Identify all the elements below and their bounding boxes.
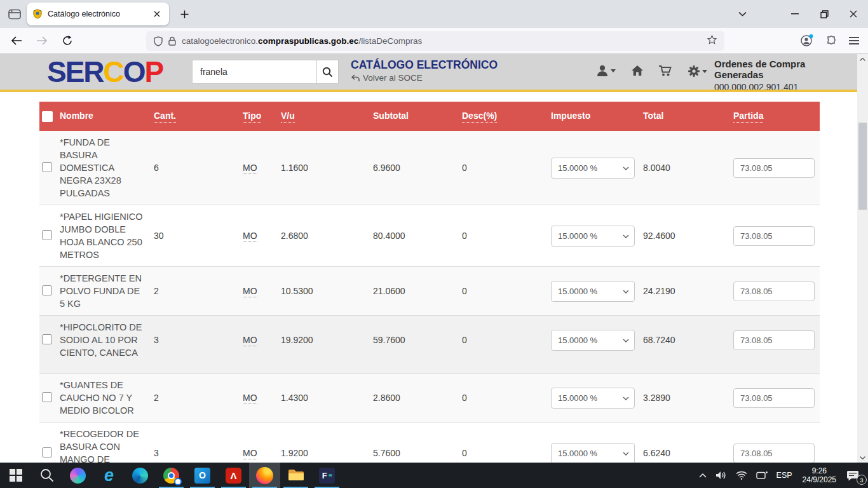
forward-button[interactable]	[32, 30, 52, 51]
valor-unitario-value: 1.9200	[281, 448, 373, 458]
window-close-button[interactable]	[839, 0, 868, 28]
scroll-down-arrow[interactable]	[857, 452, 868, 463]
person-icon	[596, 65, 609, 77]
tab-close-button[interactable]	[151, 8, 163, 20]
cart-button[interactable]	[658, 65, 672, 77]
subtotal-value: 6.9600	[373, 163, 462, 173]
sercop-logo[interactable]: SERCOP	[47, 56, 163, 88]
valor-unitario-value: 1.1600	[281, 163, 373, 173]
partida-input[interactable]	[733, 281, 815, 301]
total-value: 3.2890	[643, 393, 733, 403]
valor-unitario-value: 1.4300	[281, 393, 373, 403]
impuesto-select-wrap: 15.0000 %	[551, 388, 635, 409]
row-checkbox[interactable]	[42, 230, 52, 240]
settings-menu-button[interactable]	[688, 65, 707, 78]
firefox-icon	[256, 467, 273, 484]
tab-title: Catálogo electrónico	[48, 10, 146, 18]
partida-input[interactable]	[733, 444, 815, 463]
tray-device-button[interactable]	[752, 463, 772, 488]
descuento-value: 0	[462, 335, 551, 345]
cantidad-value: 30	[154, 231, 243, 241]
partida-input[interactable]	[733, 388, 815, 408]
firefox-view-button[interactable]	[5, 6, 24, 22]
clock-date: 24/9/2025	[803, 475, 836, 484]
cantidad-value: 2	[154, 393, 243, 403]
new-tab-button[interactable]	[175, 5, 193, 23]
taskbar-copilot-button[interactable]	[62, 463, 93, 488]
home-icon	[631, 65, 644, 76]
orders-label: Ordenes de Compra Generadas	[714, 58, 857, 80]
tray-wifi-button[interactable]	[731, 463, 752, 488]
logo-p: P	[145, 55, 163, 88]
subtotal-value: 2.8600	[373, 393, 462, 403]
select-all-checkbox[interactable]	[42, 111, 53, 122]
app-menu-button[interactable]	[844, 30, 864, 51]
logo-c: C	[104, 55, 123, 88]
taskbar-search-button[interactable]	[31, 463, 62, 488]
browser-titlebar: Catálogo electrónico	[0, 0, 868, 28]
search-input[interactable]	[192, 60, 316, 84]
chevron-down-icon	[623, 166, 629, 170]
tray-chevron-button[interactable]	[695, 463, 711, 488]
reload-button[interactable]	[57, 30, 78, 51]
logo-ser: SER	[47, 55, 104, 88]
subtotal-value: 59.7600	[373, 335, 462, 345]
scroll-up-arrow[interactable]	[857, 54, 868, 64]
forward-arrow-icon	[36, 36, 48, 45]
total-value: 24.2190	[643, 286, 733, 296]
bookmark-star-button[interactable]	[707, 35, 717, 47]
account-button[interactable]	[797, 30, 817, 51]
shield-icon	[154, 36, 163, 46]
start-button[interactable]	[0, 463, 31, 488]
search-button[interactable]	[316, 60, 339, 84]
partida-input[interactable]	[733, 226, 815, 246]
clock[interactable]: 9:26 24/9/2025	[797, 466, 842, 484]
column-header: Impuesto	[551, 111, 643, 122]
browser-tab[interactable]: Catálogo electrónico	[27, 3, 169, 25]
taskbar-outlook-button[interactable]: O	[187, 463, 218, 488]
column-header: Tipo	[243, 111, 281, 123]
caret-down-icon	[702, 70, 707, 73]
row-checkbox[interactable]	[42, 162, 52, 172]
partida-input[interactable]	[733, 158, 815, 178]
chevron-down-icon	[738, 11, 747, 17]
taskbar-file-explorer-button[interactable]	[280, 463, 311, 488]
url-bar[interactable]: catalogoelectronico.compraspublicas.gob.…	[146, 31, 724, 51]
language-indicator[interactable]: ESP	[772, 463, 797, 488]
row-checkbox[interactable]	[42, 447, 52, 458]
subtotal-value: 21.0600	[373, 286, 462, 296]
tipo-value: MO	[243, 231, 257, 242]
table-body: *FUNDA DE BASURA DOMESTICA NEGRA 23X28 P…	[39, 131, 820, 463]
taskbar-chrome-button[interactable]	[156, 463, 187, 488]
taskbar-acrobat-button[interactable]: Λ	[218, 463, 249, 488]
taskbar-internet-explorer-button[interactable]: e	[93, 463, 125, 488]
cantidad-value: 3	[154, 448, 243, 458]
back-button[interactable]	[6, 30, 27, 51]
volver-al-soce-link[interactable]: Volver al SOCE	[351, 73, 423, 83]
window-minimize-button[interactable]	[780, 0, 810, 28]
page-content: NombreCant.TipoV/uSubtotalDesc(%)Impuest…	[0, 92, 857, 463]
scrollbar-thumb[interactable]	[858, 123, 867, 210]
tipo-value: MO	[243, 393, 257, 404]
notification-center-button[interactable]: 3	[842, 463, 868, 488]
vertical-scrollbar[interactable]	[857, 54, 868, 463]
taskbar-firefox-button[interactable]	[249, 463, 280, 488]
taskbar-fesc-app-button[interactable]: F≡	[311, 463, 342, 488]
row-checkbox[interactable]	[42, 334, 52, 344]
user-menu-button[interactable]	[596, 65, 616, 77]
window-restore-button[interactable]	[810, 0, 839, 28]
cantidad-value: 2	[154, 286, 243, 296]
table-row: *PAPEL HIGIENICO JUMBO DOBLE HOJA BLANCO…	[39, 205, 820, 267]
tray-volume-button[interactable]	[711, 463, 731, 488]
row-checkbox[interactable]	[42, 285, 52, 295]
partida-input[interactable]	[733, 330, 815, 350]
taskbar-edge-button[interactable]	[125, 463, 156, 488]
list-all-tabs-button[interactable]	[733, 5, 751, 23]
ecuador-shield-favicon	[32, 9, 43, 19]
column-header: V/u	[281, 111, 373, 123]
row-checkbox[interactable]	[42, 392, 52, 402]
puzzle-icon	[825, 35, 837, 46]
home-button[interactable]	[631, 65, 644, 76]
acrobat-icon: Λ	[226, 468, 241, 484]
extensions-button[interactable]	[821, 30, 841, 51]
